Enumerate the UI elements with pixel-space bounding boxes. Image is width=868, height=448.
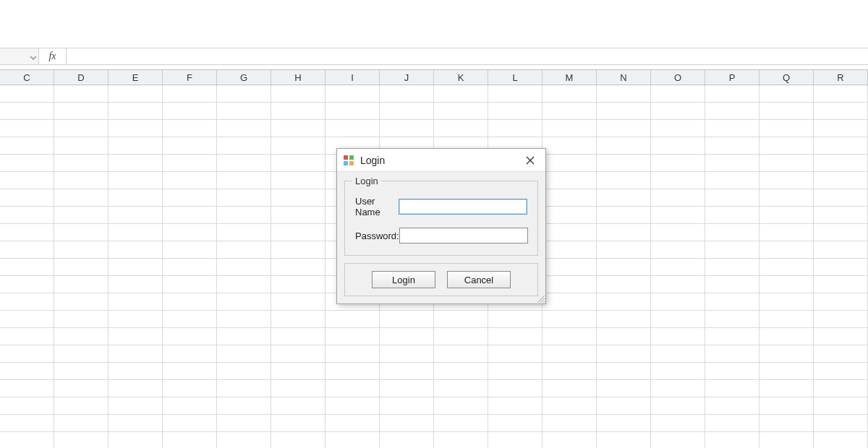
column-header[interactable]: R bbox=[814, 70, 868, 85]
username-input[interactable] bbox=[399, 199, 527, 215]
dialog-body: Login User Name Password: Login Cancel bbox=[337, 172, 545, 303]
dialog-title: Login bbox=[360, 155, 521, 166]
column-header[interactable]: O bbox=[651, 70, 705, 85]
column-header[interactable]: E bbox=[109, 70, 163, 85]
column-header[interactable]: I bbox=[326, 70, 380, 85]
column-header[interactable]: D bbox=[54, 70, 109, 85]
name-box[interactable] bbox=[0, 48, 39, 64]
groupbox-legend: Login bbox=[352, 176, 381, 186]
column-header[interactable]: P bbox=[705, 70, 760, 85]
username-label: User Name bbox=[355, 196, 399, 217]
password-input[interactable] bbox=[399, 228, 528, 244]
svg-rect-0 bbox=[344, 155, 348, 160]
login-groupbox: Login User Name Password: bbox=[344, 181, 538, 256]
password-label: Password: bbox=[355, 231, 399, 241]
svg-rect-3 bbox=[349, 161, 354, 165]
column-header[interactable]: H bbox=[271, 70, 326, 85]
form-icon bbox=[343, 155, 354, 166]
column-header[interactable]: M bbox=[542, 70, 597, 85]
svg-rect-1 bbox=[349, 155, 354, 160]
dialog-button-panel: Login Cancel bbox=[344, 263, 538, 296]
close-icon[interactable] bbox=[521, 152, 540, 169]
svg-line-6 bbox=[543, 301, 545, 303]
column-header[interactable]: G bbox=[217, 70, 271, 85]
formula-input[interactable] bbox=[67, 48, 868, 64]
dialog-titlebar[interactable]: Login bbox=[337, 149, 545, 172]
formula-bar: fx bbox=[0, 48, 868, 65]
cancel-button[interactable]: Cancel bbox=[447, 271, 511, 288]
column-headers: C D E F G H I J K L M N O P Q R bbox=[0, 69, 868, 85]
column-header[interactable]: C bbox=[0, 70, 54, 85]
fx-icon[interactable]: fx bbox=[39, 48, 67, 64]
column-header[interactable]: L bbox=[488, 70, 542, 85]
column-header[interactable]: J bbox=[380, 70, 434, 85]
resize-grip-icon[interactable] bbox=[535, 293, 545, 303]
column-header[interactable]: Q bbox=[760, 70, 814, 85]
chevron-down-icon bbox=[30, 53, 37, 60]
column-header[interactable]: K bbox=[434, 70, 488, 85]
column-header[interactable]: F bbox=[163, 70, 217, 85]
login-dialog: Login Login User Name Password: Login Ca… bbox=[336, 148, 546, 304]
svg-rect-2 bbox=[344, 161, 348, 165]
login-button[interactable]: Login bbox=[372, 271, 435, 288]
column-header[interactable]: N bbox=[597, 70, 651, 85]
